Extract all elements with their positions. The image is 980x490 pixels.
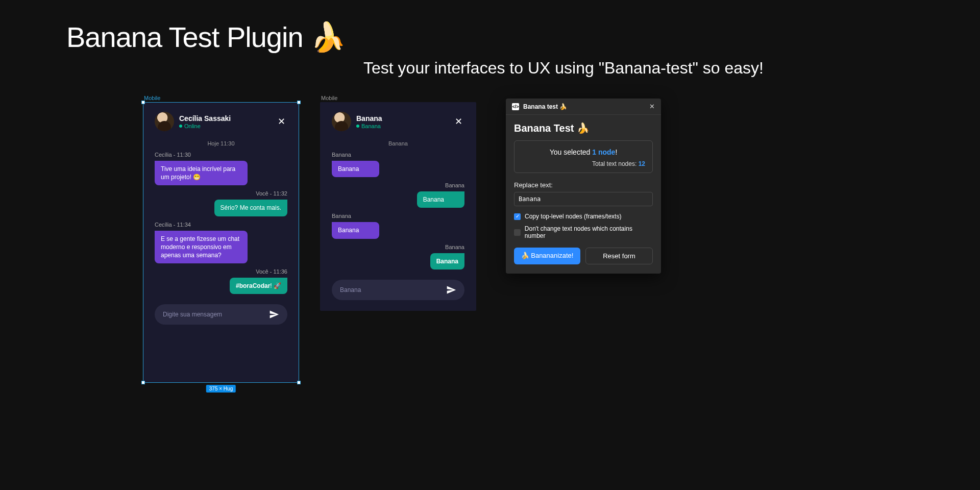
frame-label: Mobile xyxy=(320,95,476,101)
send-icon[interactable] xyxy=(269,309,279,320)
selection-handle-icon[interactable] xyxy=(141,381,145,384)
avatar xyxy=(332,112,351,131)
message-bubble: E se a gente fizesse um chat moderno e r… xyxy=(155,231,248,264)
message-meta: Banana xyxy=(332,244,464,250)
status-text: Banana xyxy=(361,123,381,129)
selection-size-badge: 375 × Hug xyxy=(206,385,236,393)
banananizate-button[interactable]: 🍌 Banananizate! xyxy=(514,248,580,264)
replace-text-label: Replace text: xyxy=(514,181,653,189)
checkbox-unchecked-icon xyxy=(514,229,521,236)
close-icon[interactable]: ✕ xyxy=(276,115,287,128)
message-meta: Você - 11:32 xyxy=(155,190,287,197)
frame-label: Mobile xyxy=(143,95,299,101)
avatar xyxy=(155,112,174,131)
chat-mockup: Banana Banana ✕ Banana Banana Banana Ban… xyxy=(320,102,476,311)
copy-top-level-checkbox[interactable]: ✓ Copy top-level nodes (frames/texts) xyxy=(514,213,653,220)
plugin-heading: Banana Test 🍌 xyxy=(514,122,653,134)
design-frame-original[interactable]: Mobile Cecília Sassaki Online ✕ Hoje 11:… xyxy=(143,95,299,383)
date-separator: Hoje 11:30 xyxy=(155,140,287,146)
checkbox-label: Copy top-level nodes (frames/texts) xyxy=(525,213,621,220)
message-bubble: Banana xyxy=(430,253,464,270)
close-icon[interactable]: ✕ xyxy=(649,103,655,110)
send-icon[interactable] xyxy=(446,285,456,295)
message-bubble: #boraCodar! 🚀 xyxy=(230,278,287,294)
selection-handle-icon[interactable] xyxy=(297,101,301,104)
message-bubble: Banana xyxy=(332,161,379,177)
selection-handle-icon[interactable] xyxy=(297,381,301,384)
selection-status-card: You selected 1 node! Total text nodes: 1… xyxy=(514,140,653,173)
input-placeholder: Banana xyxy=(340,286,440,293)
checkbox-label: Don't change text nodes which contains n… xyxy=(525,225,653,239)
chat-header: Banana Banana ✕ xyxy=(332,112,464,131)
chat-input[interactable]: Banana xyxy=(332,280,464,300)
selection-status-text: You selected 1 node! xyxy=(522,148,645,156)
message-bubble: Tive uma ideia incrível para um projeto!… xyxy=(155,161,248,185)
message-meta: Cecília - 11:30 xyxy=(155,152,287,158)
close-icon[interactable]: ✕ xyxy=(453,115,464,128)
plugin-titlebar-title: Banana test 🍌 xyxy=(523,103,645,110)
design-frame-bananized[interactable]: Mobile Banana Banana ✕ Banana Banana Ban… xyxy=(320,95,476,311)
page-title: Banana Test Plugin 🍌 xyxy=(66,20,346,54)
skip-numbers-checkbox[interactable]: Don't change text nodes which contains n… xyxy=(514,225,653,239)
message-meta: Você - 11:36 xyxy=(155,268,287,275)
checkbox-checked-icon: ✓ xyxy=(514,213,521,220)
input-placeholder: Digite sua mensagem xyxy=(163,311,263,318)
chat-input[interactable]: Digite sua mensagem xyxy=(155,304,287,325)
plugin-titlebar[interactable]: </> Banana test 🍌 ✕ xyxy=(506,99,661,115)
page-subtitle: Test your interfaces to UX using "Banana… xyxy=(363,59,764,78)
contact-name: Banana xyxy=(356,114,448,122)
message-meta: Cecília - 11:34 xyxy=(155,222,287,228)
contact-name: Cecília Sassaki xyxy=(179,114,271,122)
message-meta: Banana xyxy=(332,213,464,219)
plugin-icon: </> xyxy=(512,103,519,110)
status-dot-icon xyxy=(356,125,359,128)
message-bubble: Banana xyxy=(417,191,464,208)
message-bubble: Sério? Me conta mais. xyxy=(214,200,287,216)
message-meta: Banana xyxy=(332,182,464,188)
chat-mockup: Cecília Sassaki Online ✕ Hoje 11:30 Cecí… xyxy=(143,102,299,383)
reset-form-button[interactable]: Reset form xyxy=(585,248,653,264)
status-dot-icon xyxy=(179,125,182,128)
total-nodes-text: Total text nodes: 12 xyxy=(522,160,645,167)
status-text: Online xyxy=(184,123,201,129)
date-separator: Banana xyxy=(332,140,464,146)
message-meta: Banana xyxy=(332,152,464,158)
message-bubble: Banana xyxy=(332,222,379,238)
selection-handle-icon[interactable] xyxy=(141,101,145,104)
replace-text-input[interactable] xyxy=(514,192,653,206)
chat-header: Cecília Sassaki Online ✕ xyxy=(155,112,287,131)
plugin-window: </> Banana test 🍌 ✕ Banana Test 🍌 You se… xyxy=(506,99,661,274)
